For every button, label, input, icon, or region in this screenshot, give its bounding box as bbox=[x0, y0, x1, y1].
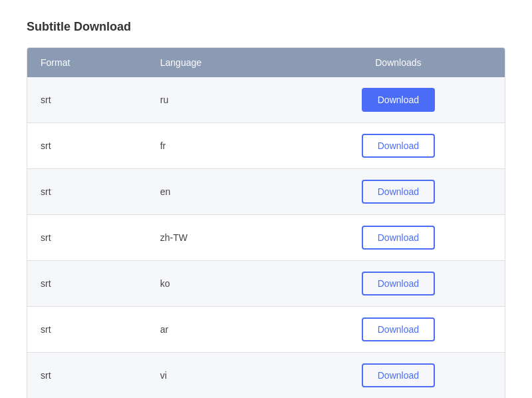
cell-downloads: Download bbox=[292, 123, 505, 169]
cell-language: ru bbox=[147, 77, 292, 123]
col-header-language: Language bbox=[147, 48, 292, 77]
download-button[interactable]: Download bbox=[362, 272, 435, 296]
cell-format: srt bbox=[27, 307, 147, 353]
cell-downloads: Download bbox=[292, 169, 505, 215]
cell-format: srt bbox=[27, 215, 147, 261]
cell-downloads: Download bbox=[292, 215, 505, 261]
table-row: srtzh-TWDownload bbox=[27, 215, 505, 261]
cell-language: ar bbox=[147, 307, 292, 353]
cell-downloads: Download bbox=[292, 261, 505, 307]
cell-language: en bbox=[147, 169, 292, 215]
table-row: srtruDownload bbox=[27, 77, 505, 123]
cell-format: srt bbox=[27, 77, 147, 123]
cell-format: srt bbox=[27, 261, 147, 307]
cell-downloads: Download bbox=[292, 307, 505, 353]
cell-language: fr bbox=[147, 123, 292, 169]
table-row: srtenDownload bbox=[27, 169, 505, 215]
download-button[interactable]: Download bbox=[362, 88, 435, 112]
cell-format: srt bbox=[27, 169, 147, 215]
download-button[interactable]: Download bbox=[362, 134, 435, 158]
table-row: srtfrDownload bbox=[27, 123, 505, 169]
cell-language: vi bbox=[147, 353, 292, 399]
cell-format: srt bbox=[27, 123, 147, 169]
download-button[interactable]: Download bbox=[362, 226, 435, 250]
col-header-downloads: Downloads bbox=[292, 48, 505, 77]
table-row: srtviDownload bbox=[27, 353, 505, 399]
cell-language: ko bbox=[147, 261, 292, 307]
table-row: srtarDownload bbox=[27, 307, 505, 353]
download-button[interactable]: Download bbox=[362, 180, 435, 204]
cell-downloads: Download bbox=[292, 77, 505, 123]
table-body: srtruDownloadsrtfrDownloadsrtenDownloads… bbox=[27, 77, 505, 398]
cell-language: zh-TW bbox=[147, 215, 292, 261]
page-title: Subtitle Download bbox=[27, 13, 505, 34]
subtitle-table: Format Language Downloads srtruDownloads… bbox=[27, 47, 505, 398]
table-row: srtkoDownload bbox=[27, 261, 505, 307]
table-header: Format Language Downloads bbox=[27, 48, 505, 77]
download-button[interactable]: Download bbox=[362, 363, 435, 387]
cell-format: srt bbox=[27, 353, 147, 399]
download-button[interactable]: Download bbox=[362, 317, 435, 341]
col-header-format: Format bbox=[27, 48, 147, 77]
cell-downloads: Download bbox=[292, 353, 505, 399]
